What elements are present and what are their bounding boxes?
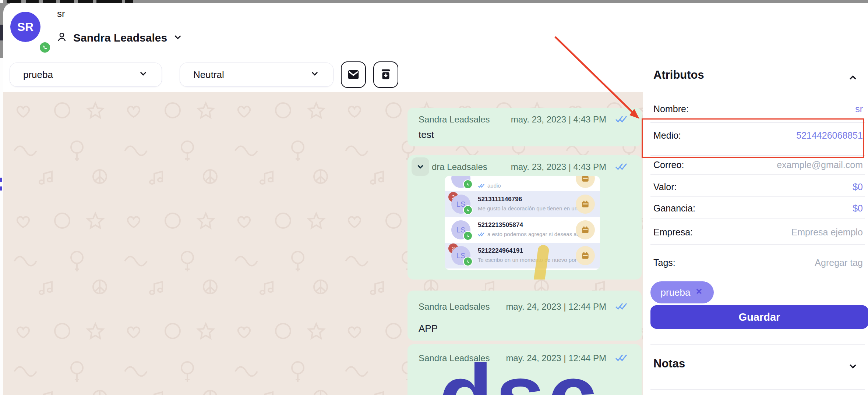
divider bbox=[650, 174, 865, 175]
divider bbox=[650, 218, 865, 219]
attributes-title[interactable]: Atributos bbox=[653, 68, 704, 82]
person-icon bbox=[56, 31, 68, 45]
contact-full-name: Sandra Leadsales bbox=[73, 32, 167, 44]
field-label: Correo: bbox=[653, 160, 684, 170]
message-bubble: Sandra Leadsales may. 24, 2023 | 12:44 P… bbox=[407, 291, 642, 341]
field-label: Ganancia: bbox=[653, 203, 695, 214]
field-value[interactable]: example@gmail.com bbox=[777, 160, 863, 170]
attached-screenshot-image[interactable]: audio 3 LS 5213111146796 Me gusto la dec… bbox=[445, 176, 600, 270]
chat-list-row: 2 LS 5212224964191 Te escribo en un mome… bbox=[445, 243, 600, 268]
message-text: test bbox=[419, 129, 434, 140]
whatsapp-badge-icon bbox=[463, 179, 473, 189]
field-label: Empresa: bbox=[653, 227, 693, 238]
divider bbox=[650, 244, 865, 245]
field-label: Nombre: bbox=[653, 104, 689, 114]
divider bbox=[650, 344, 865, 345]
double-check-icon bbox=[615, 115, 628, 125]
divider bbox=[650, 196, 865, 197]
chat-scroll-area[interactable]: Sandra Leadsales may. 23, 2023 | 4:43 PM… bbox=[3, 92, 643, 395]
background-left-segment bbox=[0, 3, 3, 25]
field-value[interactable]: Empresa ejemplo bbox=[791, 227, 863, 238]
tag-chip[interactable]: prueba bbox=[650, 281, 714, 303]
chevron-up-icon[interactable] bbox=[847, 72, 858, 85]
archive-download-icon bbox=[379, 67, 393, 82]
chat-list-row: 3 LS 5213111146796 Me gusto la decoració… bbox=[445, 191, 600, 217]
double-check-icon bbox=[615, 354, 628, 363]
funnel-select-value: prueba bbox=[23, 69, 53, 81]
chevron-down-icon[interactable] bbox=[847, 361, 858, 373]
whatsapp-badge-icon bbox=[463, 231, 473, 241]
contact-selector[interactable]: Sandra Leadsales bbox=[56, 31, 183, 45]
field-label: Medio: bbox=[653, 130, 681, 141]
background-left-segment bbox=[0, 25, 3, 40]
whatsapp-badge-icon bbox=[463, 257, 473, 266]
funnel-select[interactable]: prueba bbox=[10, 63, 162, 87]
whatsapp-badge-icon bbox=[463, 205, 473, 215]
message-bubble: Sandra Leadsales may. 24, 2023 | 12:44 P… bbox=[407, 344, 642, 395]
message-sender: dra Leadsales bbox=[432, 162, 487, 172]
attached-logo-image: dsc bbox=[439, 347, 600, 395]
message-bubble: Sandra Leadsales may. 23, 2023 | 4:43 PM… bbox=[407, 108, 642, 146]
field-row-medio: Medio: 5214426068851 bbox=[653, 130, 863, 141]
message-bubble: dra Leadsales may. 23, 2023 | 4:43 PM au… bbox=[407, 155, 642, 280]
field-label: Valor: bbox=[653, 182, 677, 192]
divider bbox=[650, 122, 865, 123]
email-button[interactable] bbox=[341, 61, 366, 88]
chat-list-row: LS 5212213505874 a esto podemos agregar … bbox=[445, 217, 600, 243]
field-value[interactable]: $0 bbox=[853, 182, 863, 192]
avatar-initials: SR bbox=[17, 20, 33, 34]
message-timestamp: may. 23, 2023 | 4:43 PM bbox=[511, 162, 606, 172]
field-row-empresa: Empresa: Empresa ejemplo bbox=[653, 227, 863, 238]
divider bbox=[650, 389, 865, 390]
calendar-icon bbox=[576, 246, 595, 265]
field-row-nombre: Nombre: sr bbox=[653, 104, 863, 114]
chat-list-row: audio bbox=[445, 176, 600, 191]
chevron-down-icon bbox=[310, 68, 320, 81]
calendar-icon bbox=[576, 176, 595, 188]
message-sender: Sandra Leadsales bbox=[419, 302, 490, 312]
message-text: APP bbox=[419, 323, 438, 334]
chat-list-row bbox=[445, 268, 600, 270]
add-tag-input[interactable]: Agregar tag bbox=[815, 257, 863, 268]
message-sender: Sandra Leadsales bbox=[419, 114, 490, 125]
list-row-title: 5212224964191 bbox=[478, 247, 523, 255]
chevron-down-icon bbox=[172, 32, 183, 44]
list-row-title: 5213111146796 bbox=[478, 196, 522, 203]
status-select[interactable]: Neutral bbox=[180, 63, 334, 87]
save-button[interactable]: Guardar bbox=[650, 305, 868, 329]
field-row-valor: Valor: $0 bbox=[653, 182, 863, 192]
field-value[interactable]: $0 bbox=[853, 203, 863, 214]
list-row-title: 5212213505874 bbox=[478, 221, 523, 229]
remove-tag-icon[interactable] bbox=[695, 287, 703, 298]
double-check-icon bbox=[615, 163, 628, 172]
conversation-modal: SR sr Sandra Leadsales Historial bbox=[3, 3, 868, 395]
chevron-down-icon bbox=[138, 68, 148, 81]
field-value[interactable]: 5214426068851 bbox=[796, 130, 863, 141]
background-left-segment bbox=[0, 178, 2, 182]
field-row-correo: Correo: example@gmail.com bbox=[653, 160, 863, 170]
calendar-icon bbox=[576, 220, 595, 239]
list-row-subtitle: Te escribo en un momento de nuevo por fa… bbox=[478, 257, 590, 263]
envelope-icon bbox=[346, 67, 360, 82]
whatsapp-badge-icon bbox=[39, 41, 51, 54]
notes-title[interactable]: Notas bbox=[653, 357, 685, 370]
archive-button[interactable] bbox=[373, 61, 398, 88]
status-select-value: Neutral bbox=[193, 69, 224, 81]
contact-short-name: sr bbox=[57, 8, 65, 19]
field-value[interactable]: sr bbox=[855, 104, 863, 114]
double-check-icon bbox=[615, 302, 628, 312]
message-timestamp: may. 24, 2023 | 12:44 PM bbox=[506, 302, 606, 312]
field-label: Tags: bbox=[653, 257, 675, 268]
background-page-left-strip bbox=[0, 0, 3, 395]
field-row-ganancia: Ganancia: $0 bbox=[653, 203, 863, 214]
attributes-panel: Atributos Nombre: sr Medio: 521442606885… bbox=[648, 3, 868, 395]
list-row-subtitle: audio bbox=[478, 182, 501, 189]
background-left-segment bbox=[0, 186, 2, 191]
tag-chip-label: prueba bbox=[661, 287, 691, 298]
divider bbox=[650, 155, 865, 156]
message-timestamp: may. 23, 2023 | 4:43 PM bbox=[511, 114, 606, 125]
field-row-tags: Tags: Agregar tag bbox=[653, 257, 863, 268]
collapse-message-button[interactable] bbox=[412, 157, 429, 176]
list-row-subtitle: Me gusto la decoración que tienen en un … bbox=[478, 205, 584, 211]
background-left-segment bbox=[0, 40, 3, 58]
